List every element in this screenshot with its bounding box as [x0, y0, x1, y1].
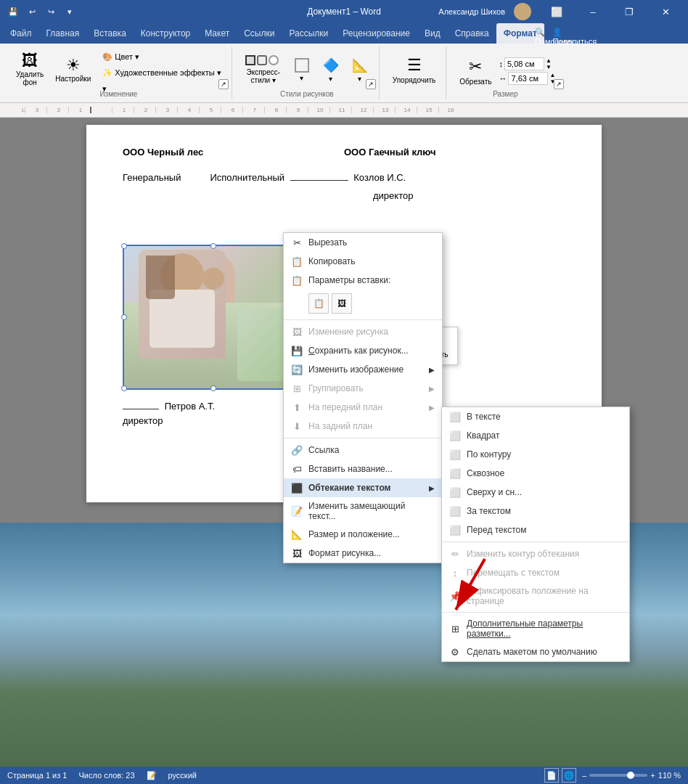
- redo-qat-button[interactable]: ↪: [44, 4, 58, 19]
- ctx-change-alt[interactable]: 📝 Изменить замещающий текст...: [284, 497, 442, 525]
- group-icon: ⊞: [291, 383, 303, 394]
- user-avatar: [514, 3, 531, 20]
- tab-view[interactable]: Вид: [417, 23, 448, 44]
- save-as-label: охранить как рисунок...: [315, 346, 409, 356]
- image-placeholder: [124, 246, 303, 388]
- copy-icon: 📋: [291, 256, 303, 267]
- ruler-mark: 9: [286, 107, 308, 113]
- ctx-insert-caption[interactable]: 🏷 Вставить название...: [284, 460, 442, 478]
- height-up[interactable]: ▲: [546, 57, 552, 64]
- tab-review[interactable]: Рецензирование: [335, 23, 417, 44]
- ctx-format-pic[interactable]: 🖼 Формат рисунка...: [284, 544, 442, 563]
- customize-qat-button[interactable]: ▾: [62, 4, 77, 19]
- wrap-behind[interactable]: ⬜ За текстом: [442, 502, 629, 520]
- status-bar: Страница 1 из 1 Число слов: 23 📝 русский…: [0, 767, 688, 784]
- undo-qat-button[interactable]: ↩: [25, 4, 39, 19]
- ctx-change-pic[interactable]: 🔄 Изменить изображение ▶: [284, 360, 442, 379]
- effects-btn[interactable]: 🔷 ▾: [318, 49, 344, 90]
- border-btn[interactable]: ▾: [289, 49, 315, 90]
- ctx-save-as[interactable]: 💾 Сохранить как рисунок...: [284, 341, 442, 360]
- arrange-button[interactable]: ☰ Упорядочить: [388, 49, 441, 90]
- ruler-mark: 4: [177, 107, 199, 113]
- ctx-link[interactable]: 🔗 Ссылка: [284, 441, 442, 460]
- resize-handle-tl[interactable]: [121, 243, 127, 249]
- wrap-tight[interactable]: ⬜ По контуру: [442, 445, 629, 464]
- wrap-through[interactable]: ⬜ Сквозное: [442, 464, 629, 483]
- ruler-mark: 8: [264, 107, 286, 113]
- director-left-row: директор: [123, 415, 163, 426]
- restore-button[interactable]: ❐: [613, 0, 646, 23]
- ctx-text-wrap[interactable]: ⬛ Обтекание текстом ▶: [284, 478, 442, 497]
- roles-row: Генеральный Исполнительный Козлов И.С.: [123, 172, 565, 183]
- change-pic-icon: 🔄: [291, 364, 303, 375]
- resize-handle-bm[interactable]: [210, 385, 216, 391]
- paste-btn-1[interactable]: 📋: [308, 293, 329, 314]
- caption-icon: 🏷: [291, 463, 303, 475]
- document-header: ООО Черный лес ООО Гаечный ключ: [123, 147, 565, 158]
- change-expander[interactable]: ↗: [218, 79, 229, 89]
- share-button[interactable]: 👤 Поделиться: [568, 29, 582, 44]
- minimize-button[interactable]: –: [576, 0, 610, 23]
- crop-button[interactable]: ✂ Обрезать: [455, 51, 496, 91]
- resize-handle-tm[interactable]: [210, 243, 216, 249]
- layout-icon: 📐: [352, 57, 368, 73]
- width-input[interactable]: [508, 72, 548, 85]
- height-down[interactable]: ▼: [546, 64, 552, 70]
- wrap-in-front[interactable]: ⬜ Перед текстом: [442, 520, 629, 539]
- role-left: Генеральный: [123, 172, 181, 183]
- proofing-icon: 📝: [147, 771, 157, 780]
- height-input[interactable]: [504, 57, 544, 70]
- color-button[interactable]: 🎨 Цвет ▾: [98, 49, 226, 64]
- view-buttons: 📄 🌐: [544, 768, 576, 783]
- wrap-top-bottom[interactable]: ⬜ Сверху и сн...: [442, 483, 629, 502]
- ctx-cut[interactable]: ✂ Вырезать: [284, 233, 442, 252]
- wrap-tight-icon: ⬜: [449, 449, 461, 460]
- zoom-track[interactable]: [589, 774, 647, 777]
- picture-styles-button[interactable]: Экспресс-стили ▾: [241, 49, 286, 90]
- ruler-mark: 10: [308, 107, 329, 113]
- tab-home[interactable]: Главная: [39, 23, 87, 44]
- size-expander[interactable]: ↗: [554, 79, 564, 89]
- zoom-level: 110 %: [658, 771, 681, 780]
- save-qat-button[interactable]: 💾: [6, 4, 20, 19]
- tab-insert[interactable]: Вставка: [86, 23, 134, 44]
- wrap-default[interactable]: ⚙ Сделать макетом по умолчанию: [442, 642, 629, 661]
- tab-references[interactable]: Ссылки: [237, 23, 282, 44]
- artistic-effects-button[interactable]: ✨ Художественные эффекты ▾: [98, 65, 226, 80]
- change-image-icon: 🖼: [291, 326, 303, 338]
- default-layout-icon: ⚙: [449, 646, 461, 658]
- zoom-slider[interactable]: – + 110 %: [582, 771, 681, 780]
- ctx-size-pos[interactable]: 📐 Размер и положение...: [284, 525, 442, 544]
- tab-design[interactable]: Конструктор: [134, 23, 197, 44]
- remove-background-button[interactable]: 🖼 Удалитьфон: [12, 49, 48, 90]
- ruler-mark: 7: [242, 107, 264, 113]
- tab-help[interactable]: Справка: [448, 23, 496, 44]
- paste-btn-2[interactable]: 🖼: [332, 293, 352, 314]
- corrections-button[interactable]: ☀ Настройки: [51, 49, 95, 90]
- tab-mailings[interactable]: Рассылки: [282, 23, 335, 44]
- zoom-thumb[interactable]: [627, 772, 634, 779]
- ruler-mark: 16: [438, 107, 460, 113]
- ctx-copy[interactable]: 📋 Копировать: [284, 252, 442, 271]
- selected-image[interactable]: [123, 245, 304, 390]
- wrap-square[interactable]: ⬜ Квадрат: [442, 426, 629, 445]
- ruler-mark: 14: [395, 107, 417, 113]
- close-button[interactable]: ✕: [649, 0, 682, 23]
- web-view-btn[interactable]: 🌐: [562, 768, 576, 783]
- ruler-mark: 11: [329, 107, 351, 113]
- resize-handle-ml[interactable]: [121, 314, 127, 320]
- ruler-mark: 3: [25, 107, 46, 113]
- width-up[interactable]: ▲: [549, 72, 555, 78]
- styles-expander[interactable]: ↗: [366, 79, 376, 89]
- wrap-inline[interactable]: ⬜ В тексте: [442, 407, 629, 426]
- styles-label: Экспресс-стили ▾: [247, 68, 281, 84]
- company-right: ООО Гаечный ключ: [344, 147, 565, 158]
- print-view-btn[interactable]: 📄: [544, 768, 559, 783]
- tab-layout[interactable]: Макет: [197, 23, 237, 44]
- paste-options-row: 📋 🖼: [284, 290, 442, 317]
- tab-file[interactable]: Файл: [3, 23, 39, 44]
- resize-handle-bl[interactable]: [121, 385, 127, 391]
- document-title: Документ1 – Word: [307, 7, 381, 17]
- ribbon-display-button[interactable]: ⬜: [540, 0, 573, 23]
- name-left-row: Петров А.Т.: [123, 401, 215, 412]
